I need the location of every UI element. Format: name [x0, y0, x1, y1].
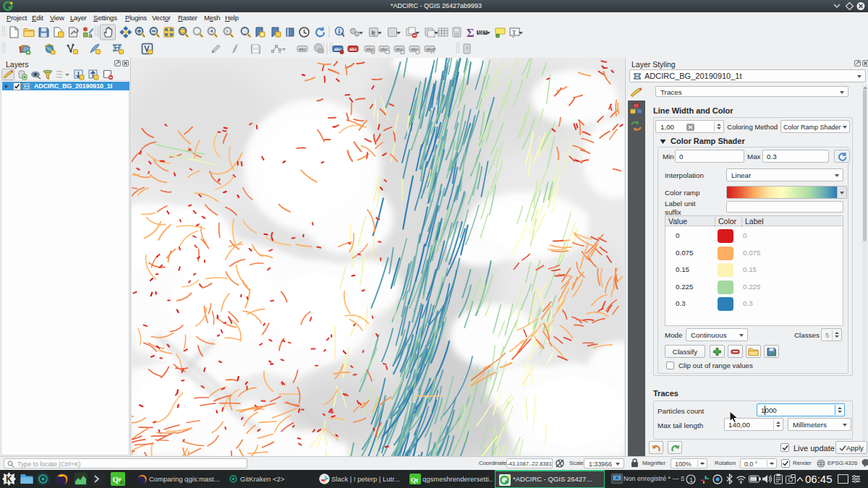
svg-text:a: a	[89, 32, 93, 39]
svg-text:K: K	[6, 474, 12, 484]
svg-text:1: 1	[689, 476, 693, 484]
svg-text:123: 123	[479, 33, 483, 35]
svg-text:abc: abc	[349, 47, 357, 51]
svg-text:?: ?	[466, 46, 469, 51]
svg-text:T: T	[512, 29, 516, 36]
svg-text:Qt: Qt	[411, 476, 418, 484]
svg-text:abc: abc	[299, 47, 307, 51]
svg-text:Σ: Σ	[467, 27, 474, 39]
